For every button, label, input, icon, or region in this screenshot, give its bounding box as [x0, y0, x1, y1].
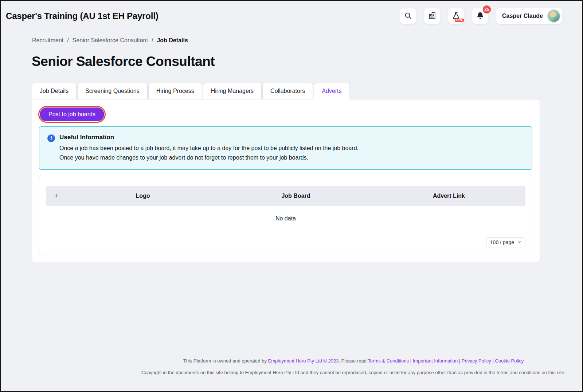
column-header-job-board: Job Board: [219, 193, 372, 199]
privacy-policy-link[interactable]: Privacy Policy: [462, 358, 491, 364]
adverts-table-card: + Logo Job Board Advert Link No data 100…: [39, 175, 532, 255]
cookie-policy-link[interactable]: Cookie Policy: [495, 358, 524, 364]
user-menu[interactable]: Casper Claude: [496, 8, 562, 24]
terms-and-conditions-link[interactable]: Terms & Conditions: [368, 358, 409, 364]
notification-count-badge: 25: [483, 5, 491, 13]
user-name: Casper Claude: [502, 13, 543, 19]
beta-features-button[interactable]: BETA: [448, 8, 464, 24]
footer-text: This Platform is owned and operated by: [183, 358, 268, 364]
empty-state-text: No data: [46, 206, 525, 231]
breadcrumb-current: Job Details: [157, 37, 188, 44]
tab-adverts[interactable]: Adverts: [314, 83, 349, 99]
tab-collaborators[interactable]: Collaborators: [262, 83, 313, 99]
footer-separator: |: [491, 358, 495, 364]
post-to-job-boards-button[interactable]: Post to job boards: [40, 107, 104, 121]
tab-screening-questions[interactable]: Screening Questions: [77, 83, 148, 99]
column-header-advert-link: Advert Link: [372, 193, 525, 199]
footer-legal-line: This Platform is owned and operated by E…: [125, 358, 582, 364]
info-content: Useful Information Once a job has been p…: [59, 134, 359, 162]
tab-hiring-process[interactable]: Hiring Process: [148, 83, 202, 99]
column-header-logo: Logo: [66, 193, 219, 199]
adverts-panel: Post to job boards i Useful Information …: [32, 99, 540, 262]
important-information-link[interactable]: Important Information: [413, 358, 458, 364]
top-header: Casper's Training (AU 1st EH Payroll) BE…: [1, 1, 582, 30]
breadcrumb-separator: /: [152, 37, 153, 44]
chevron-down-icon: [517, 239, 521, 245]
page-footer: This Platform is owned and operated by E…: [1, 358, 582, 375]
notifications-button[interactable]: 25: [472, 8, 488, 24]
employment-hero-link[interactable]: Employment Hero Pty Ltd © 2023: [268, 358, 339, 364]
breadcrumb: Recruitment / Senior Salesforce Consulta…: [32, 37, 540, 44]
footer-text: . Please read: [339, 358, 368, 364]
footer-separator: |: [458, 358, 462, 364]
building-icon: [428, 12, 436, 21]
tab-bar: Job Details Screening Questions Hiring P…: [32, 83, 540, 99]
page-size-select[interactable]: 100 / page: [486, 237, 525, 247]
bell-icon: [476, 12, 484, 21]
organisation-button[interactable]: [424, 8, 440, 24]
info-title: Useful Information: [59, 134, 359, 141]
breadcrumb-recruitment[interactable]: Recruitment: [32, 37, 63, 44]
tab-hiring-managers[interactable]: Hiring Managers: [203, 83, 262, 99]
expand-cell: +: [46, 193, 66, 199]
search-button[interactable]: [400, 8, 416, 24]
pagination: 100 / page: [46, 237, 525, 247]
avatar: [547, 9, 560, 23]
footer-copyright-line: Copyright in the documents on this site …: [125, 370, 582, 375]
page-size-label: 100 / page: [490, 239, 514, 245]
beta-badge: BETA: [455, 19, 464, 22]
tab-job-details[interactable]: Job Details: [32, 83, 77, 99]
main-content: Recruitment / Senior Salesforce Consulta…: [32, 37, 540, 262]
info-icon: i: [47, 134, 55, 142]
page-title: Senior Salesforce Consultant: [32, 54, 540, 69]
useful-information-box: i Useful Information Once a job has been…: [39, 126, 532, 170]
org-title: Casper's Training (AU 1st EH Payroll): [6, 11, 158, 21]
info-line-1: Once a job has been posted to a job boar…: [59, 144, 359, 153]
search-icon: [404, 12, 412, 21]
header-actions: BETA 25 Casper Claude: [400, 8, 562, 24]
breadcrumb-separator: /: [67, 37, 69, 44]
expand-all-icon[interactable]: +: [54, 193, 58, 199]
info-line-2: Once you have made changes to your job a…: [59, 153, 359, 162]
table-header-row: + Logo Job Board Advert Link: [46, 186, 525, 206]
breadcrumb-job[interactable]: Senior Salesforce Consultant: [73, 37, 148, 44]
footer-separator: |: [409, 358, 413, 364]
